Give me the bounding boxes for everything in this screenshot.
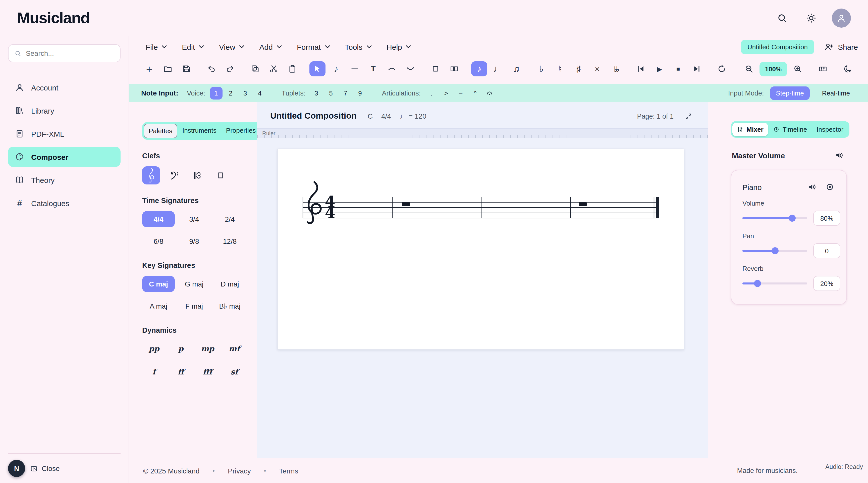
sidebar-search[interactable]	[8, 44, 121, 62]
voice-2-button[interactable]: 2	[224, 87, 237, 99]
search-input[interactable]	[26, 49, 114, 57]
reverb-value[interactable]: 20%	[813, 276, 840, 291]
dynamic-sf-button[interactable]: sf	[222, 364, 246, 380]
zoom-out-button[interactable]	[741, 61, 757, 77]
tenuto-button[interactable]: –	[454, 87, 467, 99]
skip-to-end-button[interactable]	[689, 61, 705, 77]
user-initial-badge[interactable]: N	[8, 460, 25, 477]
tuplet-3-button[interactable]: 3	[310, 87, 322, 99]
accent-button[interactable]: >	[440, 87, 452, 99]
fermata-button[interactable]	[484, 87, 496, 99]
channel-record-button[interactable]	[824, 181, 835, 192]
step-time-mode-button[interactable]: Step-time	[770, 86, 810, 100]
duration-sixteenth-button[interactable]: ♫	[508, 61, 524, 77]
tuplet-5-button[interactable]: 5	[324, 87, 337, 99]
flat-button[interactable]: ♭	[533, 61, 550, 77]
tab-instruments[interactable]: Instruments	[178, 124, 221, 138]
instrument-button[interactable]	[815, 61, 831, 77]
theme-toggle-button[interactable]	[803, 9, 820, 27]
pan-slider[interactable]	[742, 250, 807, 252]
sidebar-item-theory[interactable]: Theory	[8, 170, 121, 190]
dynamic-mf-button[interactable]: mf	[222, 341, 246, 357]
voice-4-button[interactable]: 4	[253, 87, 266, 99]
dark-mode-button[interactable]	[840, 61, 856, 77]
percussion-clef-button[interactable]	[212, 167, 229, 184]
volume-value[interactable]: 80%	[813, 211, 840, 226]
dynamic-ff-button[interactable]: ff	[169, 364, 193, 380]
sidebar-item-catalogues[interactable]: # Catalogues	[8, 193, 121, 213]
sidebar-item-composer[interactable]: Composer	[8, 147, 121, 167]
menu-view[interactable]: View	[213, 38, 251, 55]
tab-timeline[interactable]: Timeline	[769, 123, 811, 136]
master-mute-button[interactable]	[833, 149, 846, 162]
key-c-maj-button[interactable]: C maj	[142, 276, 175, 292]
privacy-link[interactable]: Privacy	[228, 467, 251, 475]
menu-format[interactable]: Format	[290, 38, 336, 55]
text-tool-button[interactable]: T	[365, 61, 381, 77]
voice-3-button[interactable]: 3	[239, 87, 251, 99]
duration-eighth-button[interactable]: ♪	[471, 61, 487, 77]
marcato-button[interactable]: ^	[469, 87, 482, 99]
tuplet-7-button[interactable]: 7	[339, 87, 352, 99]
document-title-badge[interactable]: Untitled Composition	[741, 39, 814, 54]
key-bflat-maj-button[interactable]: B♭ maj	[214, 298, 246, 314]
stop-button[interactable]: ■	[670, 61, 686, 77]
dynamic-fff-button[interactable]: fff	[196, 364, 219, 380]
slur-tool-button[interactable]	[384, 61, 400, 77]
key-f-maj-button[interactable]: F maj	[178, 298, 211, 314]
menu-tools[interactable]: Tools	[338, 38, 378, 55]
dynamic-mp-button[interactable]: mp	[196, 341, 219, 357]
copy-button[interactable]	[247, 61, 263, 77]
alto-clef-button[interactable]	[188, 167, 207, 184]
cut-button[interactable]	[266, 61, 282, 77]
sidebar-item-account[interactable]: Account	[8, 78, 121, 97]
sharp-button[interactable]: ♯	[570, 61, 587, 77]
menu-file[interactable]: File	[139, 38, 173, 55]
insert-measures-button[interactable]	[446, 61, 462, 77]
time-sig-3-4-button[interactable]: 3/4	[178, 211, 211, 227]
double-sharp-button[interactable]: ×	[589, 61, 605, 77]
user-avatar[interactable]	[832, 8, 851, 28]
score-page[interactable]: 4 4	[277, 149, 684, 350]
close-sidebar-button[interactable]: Close	[30, 464, 60, 473]
loop-button[interactable]	[714, 61, 730, 77]
redo-button[interactable]	[222, 61, 238, 77]
time-sig-12-8-button[interactable]: 12/8	[214, 233, 246, 249]
duration-quarter-button[interactable]: ♩	[490, 61, 506, 77]
tab-mixer[interactable]: Mixer	[733, 123, 768, 136]
menu-help[interactable]: Help	[380, 38, 418, 55]
natural-button[interactable]: ♮	[552, 61, 568, 77]
dynamic-f-button[interactable]: f	[142, 364, 166, 380]
zoom-level-badge[interactable]: 100%	[760, 62, 787, 76]
fullscreen-button[interactable]	[682, 110, 695, 123]
tie-tool-button[interactable]	[402, 61, 418, 77]
voice-1-button[interactable]: 1	[210, 87, 222, 99]
undo-button[interactable]	[204, 61, 219, 77]
zoom-in-button[interactable]	[789, 61, 806, 77]
skip-to-start-button[interactable]	[633, 61, 649, 77]
staccato-button[interactable]: .	[425, 87, 438, 99]
new-button[interactable]: +	[141, 61, 157, 77]
search-button[interactable]	[774, 9, 790, 27]
share-button[interactable]: Share	[824, 42, 858, 51]
score-scroll-area[interactable]: 4 4	[257, 138, 708, 458]
real-time-mode-button[interactable]: Real-time	[816, 86, 856, 100]
key-g-maj-button[interactable]: G maj	[178, 276, 211, 292]
time-sig-2-4-button[interactable]: 2/4	[214, 211, 246, 227]
terms-link[interactable]: Terms	[279, 467, 298, 475]
dynamic-p-button[interactable]: p	[169, 341, 193, 357]
note-tool-button[interactable]: ♪	[328, 61, 344, 77]
channel-mute-button[interactable]	[807, 181, 818, 192]
pan-value[interactable]: 0	[813, 243, 840, 258]
bass-clef-button[interactable]	[165, 167, 183, 184]
time-sig-4-4-button[interactable]: 4/4	[142, 211, 175, 227]
paste-button[interactable]	[284, 61, 300, 77]
double-flat-button[interactable]: ♭♭	[608, 61, 624, 77]
select-tool-button[interactable]	[309, 61, 326, 77]
whole-rest[interactable]	[402, 203, 410, 206]
tab-properties[interactable]: Properties	[221, 124, 257, 138]
open-button[interactable]	[160, 61, 176, 77]
line-tool-button[interactable]	[347, 61, 363, 77]
menu-edit[interactable]: Edit	[175, 38, 211, 55]
sidebar-item-library[interactable]: Library	[8, 100, 121, 121]
